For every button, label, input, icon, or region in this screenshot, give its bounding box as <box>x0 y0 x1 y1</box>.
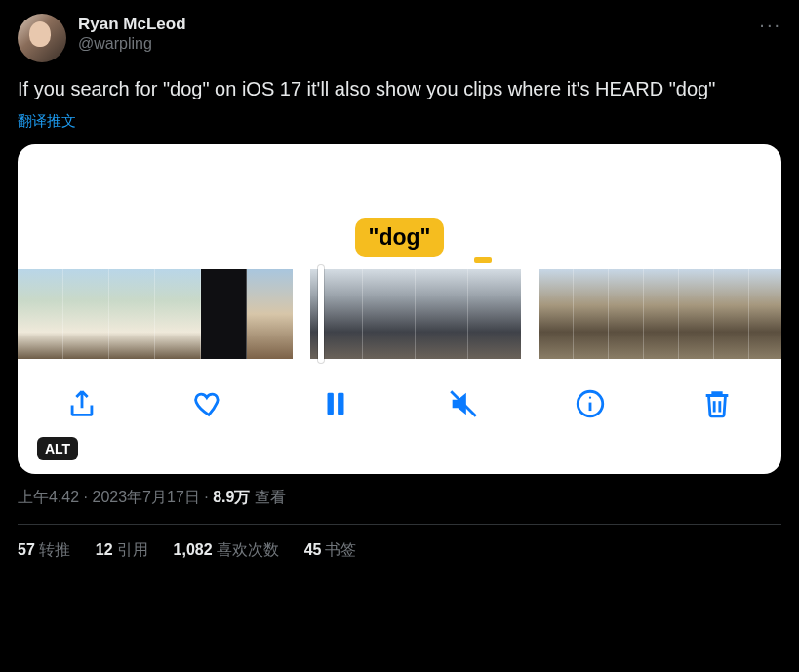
clip-thumb[interactable] <box>109 269 155 359</box>
handle: @warpling <box>78 34 186 54</box>
quotes-stat[interactable]: 12引用 <box>96 540 148 561</box>
chip-tick <box>474 257 492 263</box>
clip-thumb[interactable] <box>416 269 468 359</box>
more-icon[interactable]: ··· <box>759 14 781 36</box>
views-label: 查看 <box>250 489 285 505</box>
bookmarks-stat[interactable]: 45书签 <box>304 540 357 561</box>
video-timeline[interactable] <box>18 269 781 359</box>
clip-thumb[interactable] <box>539 269 574 359</box>
translate-link[interactable]: 翻译推文 <box>18 112 76 131</box>
tweet-stats: 57转推 12引用 1,082喜欢次数 45书签 <box>18 525 781 561</box>
share-icon[interactable] <box>62 384 101 423</box>
pause-icon[interactable] <box>316 384 355 423</box>
display-name: Ryan McLeod <box>78 14 186 34</box>
clip-thumb[interactable] <box>714 269 749 359</box>
clip-thumb[interactable] <box>201 269 247 359</box>
svg-rect-0 <box>328 393 334 415</box>
heart-icon[interactable] <box>189 384 228 423</box>
clip-thumb[interactable] <box>749 269 781 359</box>
retweets-stat[interactable]: 57转推 <box>18 540 70 561</box>
clip-thumb[interactable] <box>63 269 109 359</box>
clip-thumb[interactable] <box>574 269 609 359</box>
clip-group[interactable] <box>18 269 293 359</box>
author-names[interactable]: Ryan McLeod @warpling <box>78 14 186 54</box>
tweet-meta: 上午4:42 · 2023年7月17日 · 8.9万 查看 <box>18 488 781 508</box>
clip-group[interactable] <box>310 269 521 359</box>
clip-thumb[interactable] <box>363 269 416 359</box>
tweet-header: Ryan McLeod @warpling ··· <box>18 14 781 62</box>
clip-thumb[interactable] <box>247 269 293 359</box>
clip-group[interactable] <box>539 269 781 359</box>
likes-stat[interactable]: 1,082喜欢次数 <box>174 540 279 561</box>
tweet-container: Ryan McLeod @warpling ··· If you search … <box>0 0 799 561</box>
search-chip: "dog" <box>355 218 445 257</box>
svg-point-5 <box>589 396 591 398</box>
tweet-date[interactable]: 2023年7月17日 <box>92 489 199 505</box>
mute-icon[interactable] <box>444 384 483 423</box>
alt-badge[interactable]: ALT <box>37 437 78 460</box>
clip-thumb[interactable] <box>468 269 521 359</box>
svg-rect-1 <box>339 393 344 415</box>
clip-thumb[interactable] <box>644 269 679 359</box>
clip-thumb[interactable] <box>679 269 714 359</box>
info-icon[interactable] <box>571 384 610 423</box>
trash-icon[interactable] <box>698 384 737 423</box>
clip-thumb[interactable] <box>609 269 644 359</box>
clip-thumb[interactable] <box>155 269 201 359</box>
avatar[interactable] <box>18 14 66 62</box>
playhead[interactable] <box>318 265 324 363</box>
media-card[interactable]: "dog" <box>18 144 781 474</box>
views-count: 8.9万 <box>213 489 250 505</box>
clip-thumb[interactable] <box>18 269 63 359</box>
tweet-time[interactable]: 上午4:42 <box>18 489 79 505</box>
tweet-text: If you search for "dog" on iOS 17 it'll … <box>18 76 781 102</box>
media-toolbar <box>18 376 781 431</box>
